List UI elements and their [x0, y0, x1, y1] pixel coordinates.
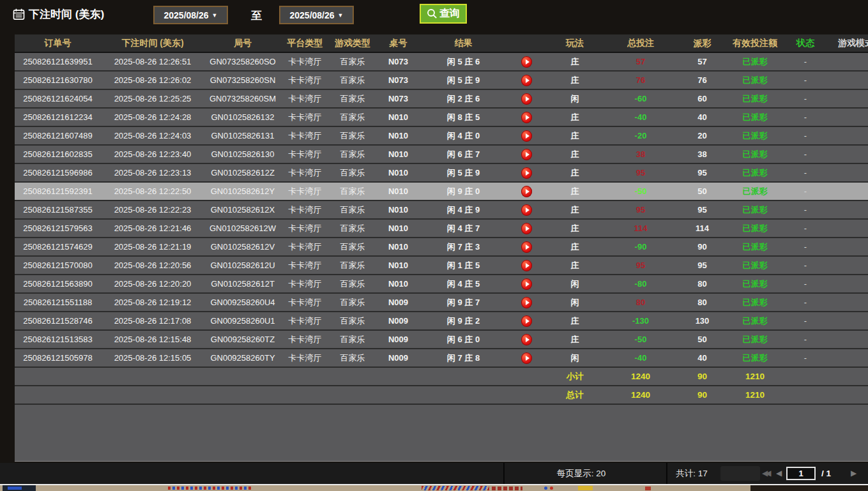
table-row-selected[interactable]: 2508261215923912025-08-26 12:22:50GN0102…: [15, 183, 868, 201]
replay-play-icon[interactable]: [521, 334, 532, 345]
replay-play-icon[interactable]: [521, 167, 532, 179]
page-size-label: 每页显示: 20: [537, 463, 626, 484]
cell-mode: -: [784, 242, 827, 252]
cell-order-id: 250826121570080: [15, 261, 101, 270]
table-row[interactable]: 2508261215873552025-08-26 12:22:23GN0102…: [15, 201, 868, 220]
replay-play-icon[interactable]: [521, 93, 532, 105]
play-triangle-icon: [526, 337, 529, 342]
table-row[interactable]: 2508261215969862025-08-26 12:23:13GN0102…: [15, 164, 868, 183]
cell-order-id: 250826121551188: [15, 298, 101, 307]
table-row[interactable]: 2508261216240542025-08-26 12:25:25GN0732…: [15, 90, 868, 109]
cell-result: 闲 7 庄 8: [420, 352, 506, 364]
column-header-table-no: 桌号: [376, 38, 420, 49]
cell-payout: -40: [603, 112, 678, 122]
cell-mode: -: [784, 112, 827, 122]
cell-mode: -: [784, 335, 827, 344]
prev-page-icon[interactable]: ◀: [776, 463, 782, 484]
table-row[interactable]: 2508261216074892025-08-26 12:24:03GN0102…: [15, 127, 868, 146]
table-row[interactable]: 2508261215135832025-08-26 12:15:48GN0092…: [15, 331, 868, 349]
cell-bet-time: 2025-08-26 12:24:03: [101, 131, 204, 140]
cell-result: 闲 7 庄 3: [420, 241, 506, 253]
table-row[interactable]: 2508261216307802025-08-26 12:26:02GN0732…: [15, 72, 868, 90]
cell-total-bet-sum: 1240: [603, 372, 678, 381]
date-to-select[interactable]: 2025/08/26 ▼: [279, 6, 354, 24]
cell-payout: 76: [603, 75, 678, 85]
cell-table-no: N010: [376, 279, 420, 289]
cell-payout: -60: [603, 94, 678, 103]
cell-valid-bet: 40: [678, 112, 726, 122]
replay-play-icon[interactable]: [521, 278, 532, 290]
replay-play-icon[interactable]: [521, 204, 532, 216]
replay-play-icon[interactable]: [521, 352, 532, 364]
cell-round-id: GN0102582612Z: [204, 168, 281, 178]
replay-play-icon[interactable]: [521, 149, 532, 160]
footer-divider: [503, 463, 505, 484]
cell-bet-time: 2025-08-26 12:15:48: [101, 335, 204, 344]
cell-play: 闲: [547, 278, 603, 290]
cell-valid-bet: 40: [678, 353, 726, 363]
cell-round-id: GN009258260U1: [204, 316, 281, 326]
background-blue-dot: [544, 487, 547, 490]
cell-status: 已派彩: [726, 56, 784, 68]
cell-table-no: N009: [376, 353, 420, 363]
cell-replay: [506, 75, 547, 86]
grand-total-row: 总计1240901210: [15, 386, 868, 405]
cell-payout-sum: 90: [678, 390, 726, 400]
cell-table-no: N010: [376, 149, 420, 159]
date-from-select[interactable]: 2025/08/26 ▼: [153, 6, 228, 24]
replay-play-icon[interactable]: [521, 223, 532, 234]
cell-play: 闲: [547, 352, 603, 364]
cell-play: 庄: [547, 149, 603, 160]
cell-platform: 卡卡湾厅: [281, 167, 329, 179]
cell-order-id: 250826121528746: [15, 316, 101, 326]
replay-play-icon[interactable]: [521, 186, 532, 197]
play-triangle-icon: [526, 189, 529, 194]
cell-status: 已派彩: [726, 112, 784, 123]
table-row[interactable]: 2508261215638902025-08-26 12:20:20GN0102…: [15, 275, 868, 294]
table-row[interactable]: 2508261216122342025-08-26 12:24:28GN0102…: [15, 109, 868, 127]
next-page-icon[interactable]: ▶: [851, 463, 857, 484]
table-row[interactable]: 2508261215795632025-08-26 12:21:46GN0102…: [15, 220, 868, 238]
table-row[interactable]: 2508261215746292025-08-26 12:21:19GN0102…: [15, 238, 868, 257]
cell-bet-time: 2025-08-26 12:25:25: [101, 94, 204, 103]
column-header-mode: 游戏模式: [827, 38, 868, 49]
cell-game-type: 百家乐: [329, 56, 376, 68]
column-header-valid-bet: 有效投注额: [726, 38, 784, 49]
cell-game-type: 百家乐: [329, 186, 376, 197]
cell-mode: -: [784, 205, 827, 215]
cell-status: 已派彩: [726, 75, 784, 86]
replay-play-icon[interactable]: [521, 130, 532, 142]
cell-order-id: 250826121630780: [15, 75, 101, 85]
replay-play-icon[interactable]: [521, 297, 532, 308]
cell-result: 闲 2 庄 6: [420, 93, 506, 105]
background-roadmap-marks: [422, 486, 489, 490]
first-page-icon[interactable]: ◀◀: [762, 463, 768, 484]
cell-game-type: 百家乐: [329, 297, 376, 308]
cell-play: 庄: [547, 130, 603, 142]
table-row[interactable]: 2508261215287462025-08-26 12:17:08GN0092…: [15, 312, 868, 331]
cell-payout: 80: [603, 298, 678, 307]
replay-play-icon[interactable]: [521, 241, 532, 253]
date-range-to-label: 至: [251, 8, 262, 23]
replay-play-icon[interactable]: [521, 260, 532, 271]
page-number-input[interactable]: [786, 467, 816, 480]
cell-replay: [506, 186, 547, 197]
cell-round-id: GN01025826131: [204, 131, 281, 140]
replay-play-icon[interactable]: [521, 315, 532, 327]
table-row[interactable]: 2508261215700802025-08-26 12:20:56GN0102…: [15, 257, 868, 275]
query-button[interactable]: 查询: [420, 4, 467, 24]
cell-order-id: 250826121563890: [15, 279, 101, 289]
cell-payout: -80: [603, 279, 678, 289]
cell-total-bet-sum: 1240: [603, 390, 678, 400]
replay-play-icon[interactable]: [521, 75, 532, 86]
table-row[interactable]: 2508261215511882025-08-26 12:19:12GN0092…: [15, 294, 868, 312]
column-header-result: 结果: [420, 38, 506, 49]
table-row[interactable]: 2508261216399512025-08-26 12:26:51GN0732…: [15, 53, 868, 72]
replay-play-icon[interactable]: [521, 56, 532, 68]
table-row[interactable]: 2508261216028352025-08-26 12:23:40GN0102…: [15, 146, 868, 164]
play-triangle-icon: [526, 115, 529, 120]
table-body: 2508261216399512025-08-26 12:26:51GN0732…: [15, 53, 868, 405]
table-row[interactable]: 2508261215059782025-08-26 12:15:05GN0092…: [15, 349, 868, 368]
replay-play-icon[interactable]: [521, 112, 532, 123]
pagination-bar: 每页显示: 20 共计: 17 ◀◀ ◀ / 1 ▶: [0, 463, 868, 484]
